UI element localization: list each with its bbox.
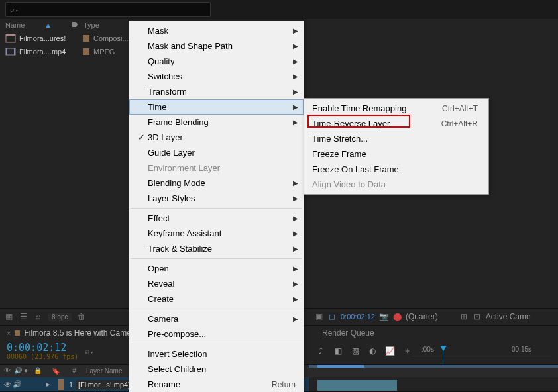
menu-quality[interactable]: Quality▶ [129, 54, 304, 69]
time-submenu: Enable Time RemappingCtrl+Alt+T Time-Rev… [304, 98, 489, 195]
grid-icon[interactable]: ⊞ [459, 312, 469, 321]
label-swatch[interactable] [83, 48, 89, 55]
svg-rect-2 [6, 48, 15, 55]
menu-separator [131, 258, 302, 259]
menu-track-stabilize[interactable]: Track & Stabilize▶ [129, 241, 304, 256]
menu-frame-blending[interactable]: Frame Blending▶ [129, 115, 304, 130]
menu-open[interactable]: Open▶ [129, 261, 304, 276]
video-visible-icon[interactable]: 👁 [4, 381, 11, 389]
snapshot-icon[interactable]: 📷 [379, 312, 388, 321]
comp-tab-name: Filmora 8.5 is Here with Came [24, 328, 131, 338]
resolution-dropdown[interactable]: (Quarter) [406, 312, 438, 321]
timeline-work-area[interactable] [309, 364, 558, 377]
channel-icon[interactable]: ⬤ [392, 312, 402, 321]
menu-mask[interactable]: Mask▶ [129, 23, 304, 38]
chevron-right-icon: ▶ [289, 265, 298, 272]
submenu-freeze-last-frame[interactable]: Freeze On Last Frame [304, 162, 488, 177]
chevron-right-icon: ▶ [289, 179, 298, 187]
menu-separator [131, 344, 302, 344]
chevron-right-icon: ▶ [289, 73, 298, 80]
flow-icon[interactable]: ⎌ [33, 312, 42, 321]
chevron-right-icon: ▶ [289, 315, 298, 322]
timeline-timecode[interactable]: 0:00:02:12 [7, 342, 78, 354]
menu-invert-selection[interactable]: Invert Selection [129, 346, 304, 362]
chevron-right-icon: ▶ [289, 245, 298, 252]
active-camera-dropdown[interactable]: Active Came [486, 312, 531, 321]
timeline-frame-info: 00060 (23.976 fps) [7, 353, 78, 360]
menu-effect[interactable]: Effect▶ [129, 211, 304, 226]
project-search[interactable]: ⌕▾ [5, 2, 211, 17]
col-label-header[interactable] [72, 21, 84, 29]
mask-toggle-icon[interactable]: ▣ [314, 312, 323, 321]
svg-rect-3 [6, 48, 7, 55]
audio-visible-icon[interactable]: 🔊 [13, 380, 22, 389]
solo-toggle-icon[interactable]: ● [24, 367, 32, 375]
list-view-icon[interactable]: ☰ [19, 312, 28, 321]
audio-toggle-icon[interactable]: 🔊 [14, 367, 22, 375]
menu-separator [131, 309, 302, 309]
label-swatch [15, 330, 20, 336]
menu-precompose[interactable]: Pre-compose... [129, 326, 304, 342]
snap-icon[interactable]: ⌖ [402, 346, 412, 356]
timeline-search-icon[interactable]: ⌕▾ [85, 346, 94, 356]
menu-create[interactable]: Create▶ [129, 291, 304, 307]
search-input[interactable] [22, 5, 206, 13]
expand-arrow-icon[interactable]: ▸ [46, 380, 56, 389]
menu-camera[interactable]: Camera▶ [129, 311, 304, 326]
layer-duration-bar[interactable] [317, 380, 397, 391]
label-col-icon[interactable]: 🔖 [46, 368, 65, 375]
menu-time[interactable]: Time▶ [129, 99, 304, 115]
trash-icon[interactable]: 🗑 [77, 312, 86, 321]
chevron-right-icon: ▶ [289, 27, 298, 34]
menu-select-children[interactable]: Select Children [129, 362, 304, 377]
composition-icon [5, 34, 16, 43]
project-item-name: Filmora...ures! [19, 34, 83, 42]
thumbnail-view-icon[interactable]: ▦ [4, 312, 13, 321]
submenu-enable-time-remapping[interactable]: Enable Time RemappingCtrl+Alt+T [304, 101, 488, 116]
draft3d-icon[interactable]: ◧ [333, 346, 343, 356]
menu-3d-layer[interactable]: ✓3D Layer [129, 130, 304, 145]
menu-reveal[interactable]: Reveal▶ [129, 276, 304, 291]
menu-guide-layer[interactable]: Guide Layer [129, 145, 304, 160]
view-options-icon[interactable]: ⊡ [473, 312, 482, 321]
search-icon: ⌕▾ [10, 5, 19, 13]
menu-mask-shape-path[interactable]: Mask and Shape Path▶ [129, 38, 304, 54]
col-name-header[interactable]: Name▲ [5, 21, 72, 29]
graph-icon[interactable]: 📈 [384, 346, 395, 356]
work-area-range[interactable] [317, 365, 364, 368]
chevron-right-icon: ▶ [289, 215, 298, 222]
menu-switches[interactable]: Switches▶ [129, 69, 304, 84]
menu-keyframe-assistant[interactable]: Keyframe Assistant▶ [129, 226, 304, 241]
index-col: # [65, 368, 84, 375]
submenu-freeze-frame[interactable]: Freeze Frame [304, 146, 488, 162]
chevron-right-icon: ▶ [289, 103, 298, 111]
bit-depth[interactable]: 8 bpc [48, 313, 72, 321]
svg-rect-4 [14, 48, 15, 55]
shy-icon[interactable]: ⤴ [315, 346, 326, 356]
viewer-timecode[interactable]: 0:00:02:12 [341, 313, 375, 320]
label-swatch[interactable] [83, 35, 89, 42]
menu-separator [131, 208, 302, 209]
lock-toggle-icon[interactable]: 🔒 [34, 367, 42, 375]
render-queue-tab[interactable]: Render Queue [315, 326, 381, 340]
chevron-right-icon: ▶ [289, 280, 298, 287]
submenu-time-reverse-layer[interactable]: Time-Reverse LayerCtrl+Alt+R [304, 116, 488, 131]
chevron-right-icon: ▶ [289, 119, 298, 126]
comp-tab[interactable]: × Filmora 8.5 is Here with Came [7, 328, 131, 338]
menu-rename[interactable]: RenameReturn [129, 377, 304, 392]
layer-label-swatch[interactable] [58, 379, 64, 390]
menu-blending-mode[interactable]: Blending Mode▶ [129, 175, 304, 191]
menu-layer-styles[interactable]: Layer Styles▶ [129, 191, 304, 206]
close-icon[interactable]: × [7, 329, 11, 337]
layer-timeline-bar-area[interactable] [309, 377, 558, 392]
frameblend-icon[interactable]: ▧ [350, 346, 361, 356]
menu-transform[interactable]: Transform▶ [129, 84, 304, 99]
submenu-time-stretch[interactable]: Time Stretch... [304, 131, 488, 146]
video-toggle-icon[interactable]: 👁 [4, 367, 12, 375]
time-ruler[interactable]: :00s 00:15s 00:30s [412, 346, 551, 356]
playhead-icon[interactable] [440, 346, 447, 351]
motionblur-icon[interactable]: ◐ [367, 346, 378, 356]
submenu-align-video-to-data: Align Video to Data [304, 177, 488, 192]
roi-icon[interactable]: ◻ [327, 312, 337, 321]
sort-arrow-icon: ▲ [44, 21, 52, 29]
